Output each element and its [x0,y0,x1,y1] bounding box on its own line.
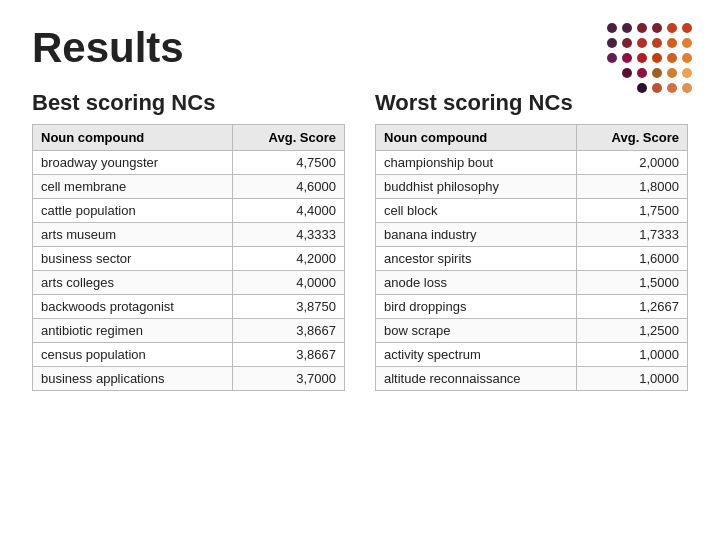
avg-score-cell: 2,0000 [577,151,688,175]
noun-compound-cell: backwoods protagonist [33,295,233,319]
noun-compound-cell: championship bout [376,151,577,175]
avg-score-cell: 1,7500 [577,199,688,223]
noun-compound-cell: cattle population [33,199,233,223]
table-row: cell membrane4,6000 [33,175,345,199]
table-row: cattle population4,4000 [33,199,345,223]
noun-compound-cell: cell membrane [33,175,233,199]
table-row: arts museum4,3333 [33,223,345,247]
noun-compound-cell: arts colleges [33,271,233,295]
table-row: activity spectrum1,0000 [376,343,688,367]
avg-score-cell: 3,7000 [232,367,344,391]
table-row: bow scrape1,2500 [376,319,688,343]
worst-scoring-section: Worst scoring NCs Noun compound Avg. Sco… [375,90,688,391]
table-row: arts colleges4,0000 [33,271,345,295]
noun-compound-cell: altitude reconnaissance [376,367,577,391]
noun-compound-cell: cell block [376,199,577,223]
avg-score-cell: 4,0000 [232,271,344,295]
avg-score-cell: 4,6000 [232,175,344,199]
noun-compound-cell: bow scrape [376,319,577,343]
best-scoring-section: Best scoring NCs Noun compound Avg. Scor… [32,90,345,391]
avg-score-cell: 4,7500 [232,151,344,175]
table-row: buddhist philosophy1,8000 [376,175,688,199]
noun-compound-cell: banana industry [376,223,577,247]
table-row: bird droppings1,2667 [376,295,688,319]
table-row: banana industry1,7333 [376,223,688,247]
best-col-noun: Noun compound [33,125,233,151]
noun-compound-cell: anode loss [376,271,577,295]
avg-score-cell: 3,8667 [232,343,344,367]
worst-section-title: Worst scoring NCs [375,90,688,116]
table-row: cell block1,7500 [376,199,688,223]
avg-score-cell: 1,8000 [577,175,688,199]
noun-compound-cell: business sector [33,247,233,271]
table-row: backwoods protagonist3,8750 [33,295,345,319]
avg-score-cell: 1,7333 [577,223,688,247]
avg-score-cell: 3,8750 [232,295,344,319]
noun-compound-cell: antibiotic regimen [33,319,233,343]
avg-score-cell: 3,8667 [232,319,344,343]
noun-compound-cell: arts museum [33,223,233,247]
best-scoring-table: Noun compound Avg. Score broadway youngs… [32,124,345,391]
main-page: Results Best scoring NCs Noun compound A… [0,0,720,415]
noun-compound-cell: census population [33,343,233,367]
table-row: altitude reconnaissance1,0000 [376,367,688,391]
table-row: broadway youngster4,7500 [33,151,345,175]
noun-compound-cell: buddhist philosophy [376,175,577,199]
worst-col-noun: Noun compound [376,125,577,151]
noun-compound-cell: broadway youngster [33,151,233,175]
table-row: business sector4,2000 [33,247,345,271]
noun-compound-cell: business applications [33,367,233,391]
avg-score-cell: 4,4000 [232,199,344,223]
worst-scoring-table: Noun compound Avg. Score championship bo… [375,124,688,391]
noun-compound-cell: activity spectrum [376,343,577,367]
avg-score-cell: 1,2500 [577,319,688,343]
best-section-title: Best scoring NCs [32,90,345,116]
avg-score-cell: 4,2000 [232,247,344,271]
noun-compound-cell: ancestor spirits [376,247,577,271]
avg-score-cell: 1,0000 [577,343,688,367]
noun-compound-cell: bird droppings [376,295,577,319]
avg-score-cell: 4,3333 [232,223,344,247]
avg-score-cell: 1,6000 [577,247,688,271]
table-row: championship bout2,0000 [376,151,688,175]
table-row: ancestor spirits1,6000 [376,247,688,271]
avg-score-cell: 1,5000 [577,271,688,295]
avg-score-cell: 1,2667 [577,295,688,319]
table-row: anode loss1,5000 [376,271,688,295]
table-row: census population3,8667 [33,343,345,367]
avg-score-cell: 1,0000 [577,367,688,391]
table-row: business applications3,7000 [33,367,345,391]
tables-container: Best scoring NCs Noun compound Avg. Scor… [32,90,688,391]
worst-col-score: Avg. Score [577,125,688,151]
table-row: antibiotic regimen3,8667 [33,319,345,343]
page-title: Results [32,24,688,72]
best-col-score: Avg. Score [232,125,344,151]
